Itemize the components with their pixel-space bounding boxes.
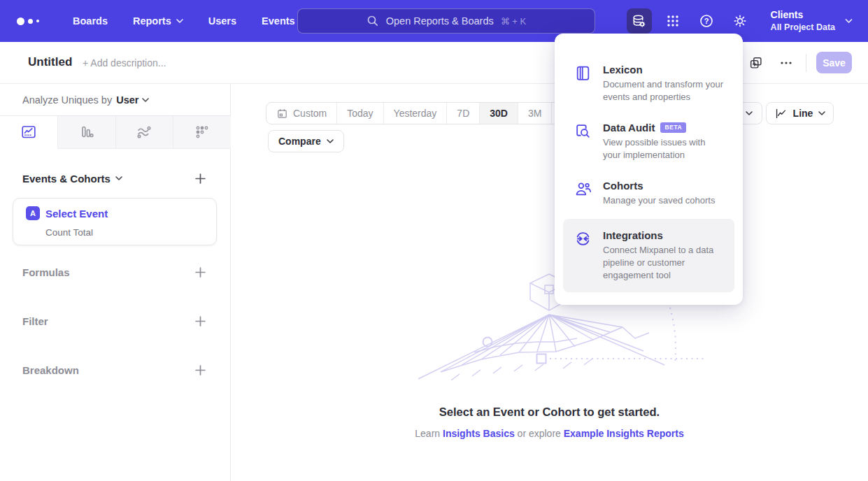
- lexicon-book-icon: [574, 64, 592, 82]
- beta-badge: BETA: [660, 122, 686, 133]
- events-cohorts-header[interactable]: Events & Cohorts: [22, 173, 122, 185]
- project-switcher[interactable]: Clients All Project Data: [771, 9, 853, 33]
- analyze-unit-dropdown[interactable]: User: [116, 94, 149, 106]
- date-range-control: Custom Today Yesterday 7D 30D 3M 6M: [266, 102, 586, 124]
- add-description-field[interactable]: + Add description...: [83, 57, 166, 69]
- empty-state-subtext: Learn Insights Basics or explore Example…: [231, 428, 868, 439]
- filter-label: Filter: [22, 315, 48, 327]
- chevron-down-icon: [818, 111, 825, 116]
- add-filter-button[interactable]: [194, 315, 207, 328]
- project-name: All Project Data: [771, 22, 835, 33]
- flow-chart-icon: [136, 124, 152, 141]
- chevron-down-icon: [327, 139, 334, 144]
- empty-state-heading: Select an Event or Cohort to get started…: [231, 405, 868, 419]
- report-title[interactable]: Untitled: [28, 55, 72, 69]
- add-event-button[interactable]: [194, 173, 207, 185]
- line-chart-icon: [774, 107, 788, 120]
- chevron-down-icon: [142, 98, 149, 103]
- header-divider: [806, 54, 806, 72]
- nav-boards[interactable]: Boards: [73, 15, 108, 27]
- plus-icon: [194, 266, 206, 278]
- chevron-down-icon: [115, 176, 122, 181]
- nav-reports[interactable]: Reports: [133, 15, 183, 27]
- add-breakdown-button[interactable]: [194, 364, 207, 377]
- settings-gear-icon: [732, 13, 748, 29]
- plus-icon: [194, 315, 206, 327]
- analyze-uniques-row: Analyze Uniques by User: [22, 94, 149, 106]
- report-canvas: Custom Today Yesterday 7D 30D 3M 6M Comp…: [231, 84, 868, 481]
- data-management-button[interactable]: [627, 8, 652, 34]
- chevron-down-icon: [746, 111, 753, 116]
- save-button[interactable]: Save: [816, 52, 852, 73]
- org-name: Clients: [771, 9, 835, 22]
- date-range-yesterday[interactable]: Yesterday: [383, 103, 447, 124]
- menu-item-lexicon[interactable]: Lexicon Document and transform your even…: [555, 55, 743, 113]
- date-range-3m[interactable]: 3M: [518, 103, 551, 124]
- count-total-label[interactable]: Count Total: [45, 227, 93, 238]
- date-range-custom[interactable]: Custom: [266, 103, 336, 124]
- breakdown-label: Breakdown: [22, 364, 79, 376]
- cohorts-users-icon: [574, 180, 592, 198]
- date-range-30d[interactable]: 30D: [479, 103, 518, 124]
- tab-flow-chart[interactable]: [116, 116, 174, 149]
- menu-item-integrations[interactable]: Integrations Connect Mixpanel to a data …: [563, 219, 734, 292]
- svg-text:?: ?: [704, 17, 709, 25]
- chevron-down-icon: [176, 19, 183, 24]
- query-builder-sidebar: Analyze Uniques by User: [0, 84, 231, 481]
- event-letter-badge: A: [26, 206, 40, 220]
- help-button[interactable]: ?: [694, 8, 719, 34]
- search-placeholder: Open Reports & Boards: [386, 15, 494, 27]
- plus-icon: [194, 364, 206, 376]
- search-icon: [367, 15, 379, 27]
- select-event-card[interactable]: A Select Event Count Total: [13, 198, 217, 245]
- chart-type-tabs: [0, 115, 231, 149]
- insights-line-chart-icon: [20, 124, 37, 141]
- add-formula-button[interactable]: [194, 266, 207, 279]
- bar-chart-icon: [78, 124, 95, 141]
- duplicate-icon: [748, 55, 764, 71]
- data-management-menu: Lexicon Document and transform your even…: [555, 34, 743, 305]
- tab-scatter-grid[interactable]: [173, 116, 231, 149]
- chevron-down-icon: [845, 19, 853, 24]
- more-options-button[interactable]: [777, 54, 795, 72]
- data-audit-icon: [574, 122, 592, 140]
- apps-grid-button[interactable]: [660, 8, 685, 34]
- formulas-label: Formulas: [22, 266, 70, 278]
- scatter-grid-icon: [194, 124, 211, 141]
- date-range-today[interactable]: Today: [336, 103, 383, 124]
- analyze-prefix-label: Analyze Uniques by: [22, 94, 112, 106]
- plus-icon: [194, 173, 206, 185]
- nav-users[interactable]: Users: [208, 15, 236, 27]
- nav-events[interactable]: Events: [262, 15, 295, 27]
- help-icon: ?: [698, 13, 715, 29]
- chart-style-dropdown[interactable]: Line: [766, 102, 834, 124]
- calendar-icon: [276, 108, 288, 120]
- more-ellipsis-icon: [779, 56, 793, 70]
- menu-item-data-audit[interactable]: Data Audit BETA View possible issues wit…: [555, 113, 743, 171]
- integrations-sync-icon: [574, 230, 592, 247]
- apps-grid-icon: [665, 13, 681, 29]
- menu-item-cohorts[interactable]: Cohorts Manage your saved cohorts: [555, 171, 743, 216]
- example-insights-reports-link[interactable]: Example Insights Reports: [564, 428, 684, 439]
- select-event-label[interactable]: Select Event: [45, 208, 108, 220]
- insights-basics-link[interactable]: Insights Basics: [443, 428, 515, 439]
- data-management-icon: [631, 13, 647, 29]
- mixpanel-logo-icon[interactable]: [17, 17, 49, 25]
- duplicate-button[interactable]: [747, 54, 765, 72]
- settings-button[interactable]: [727, 8, 753, 34]
- search-shortcut: ⌘ + K: [501, 16, 527, 27]
- date-range-7d[interactable]: 7D: [446, 103, 479, 124]
- tab-insights-line[interactable]: [0, 116, 58, 149]
- tab-bar-chart[interactable]: [58, 116, 116, 149]
- global-search-input[interactable]: Open Reports & Boards ⌘ + K: [297, 8, 595, 34]
- compare-dropdown[interactable]: Compare: [268, 130, 344, 152]
